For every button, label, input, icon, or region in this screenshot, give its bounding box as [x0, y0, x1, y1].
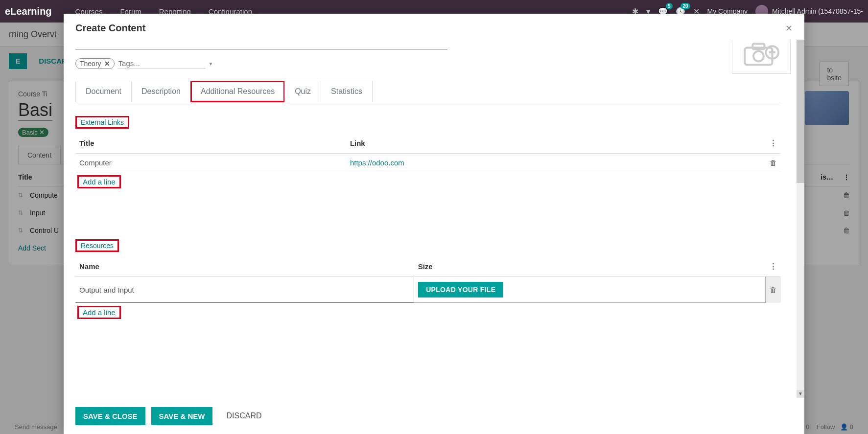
message-badge: 5 — [666, 3, 673, 9]
activity-badge: 20 — [680, 3, 690, 9]
create-content-modal: Create Content ✕ ▲ ▼ — [64, 14, 804, 23]
app-brand[interactable]: eLearning — [5, 6, 52, 17]
